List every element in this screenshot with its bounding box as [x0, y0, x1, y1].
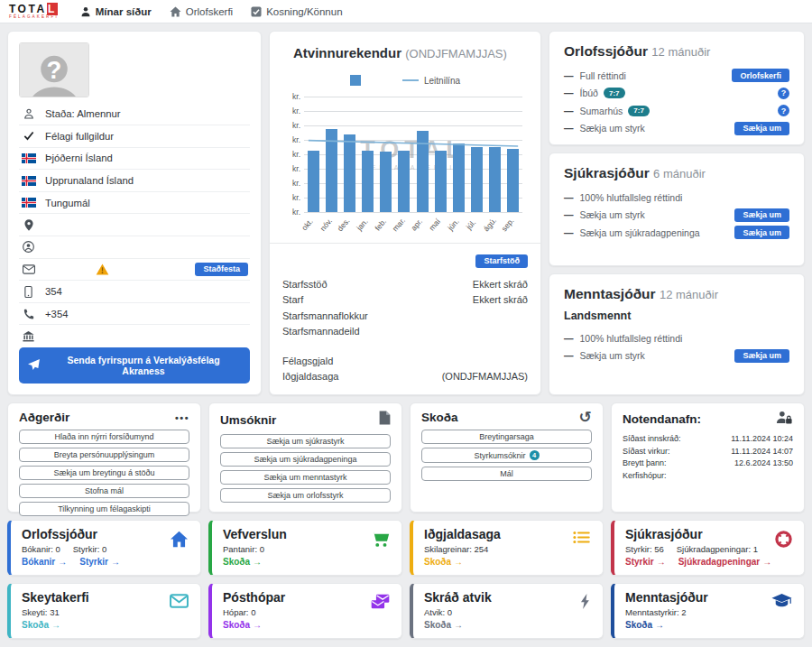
stat-links: Skoða→	[22, 620, 189, 630]
chart-title-period: (ONDJFMAMJJAS)	[405, 47, 507, 60]
button-label: Tilkynning um félagaskipti	[58, 504, 151, 513]
dash-icon: —	[564, 227, 574, 238]
button-label: Styrkumsóknir	[474, 451, 525, 460]
nav-item-orlofskerfi[interactable]: Orlofskerfi	[170, 6, 233, 17]
detail-label: Félagsgjald	[282, 354, 333, 370]
check-icon	[21, 131, 36, 141]
stat-card-vefverslun: VefverslunPantanir: 0Skoða→	[208, 520, 402, 576]
stat-values: Menntastyrkir: 2	[625, 607, 793, 617]
location-pin-icon	[21, 219, 36, 231]
action-button[interactable]: Hlaða inn nýrri forsíðumynd	[19, 430, 189, 444]
button-label: Sækja um breytingu á stöðu	[53, 468, 154, 477]
apply-grant-button[interactable]: Sækja um	[734, 208, 789, 222]
help-icon[interactable]	[778, 105, 789, 116]
fund-title-text: Orlofssjóður	[564, 43, 648, 59]
account-label: Kerfishópur:	[623, 470, 667, 483]
arrow-right-icon: →	[655, 620, 664, 630]
arrow-right-icon: →	[657, 557, 666, 567]
profile-membership-text: Félagi fullgildur	[45, 131, 114, 142]
employer-card: Atvinnurekendur (ONDJFMAMJJAS) Leitnilín…	[269, 31, 541, 395]
profile-row-bank	[19, 325, 250, 347]
action-button[interactable]: Stofna mál	[19, 484, 189, 498]
fund-title-text: Menntasjóður	[564, 286, 656, 301]
stat-value: Styrkir: 56	[625, 544, 664, 554]
arrow-right-icon: →	[253, 557, 262, 567]
iceland-flag-icon	[21, 176, 36, 186]
send-inquiry-button[interactable]: Senda fyrirspurn á Verkalýðsfélag Akrane…	[19, 347, 250, 384]
help-icon[interactable]	[778, 88, 789, 99]
iceland-flag-icon	[21, 198, 36, 208]
starfstod-button[interactable]: Starfstöð	[475, 254, 528, 268]
y-axis-tick: kr.	[292, 164, 300, 173]
apply-grant-button[interactable]: Sækja um	[734, 349, 789, 363]
action-button[interactable]: Breyta persónuupplýsingum	[19, 448, 189, 462]
fund-row-label: Sækja um styrk	[580, 350, 645, 361]
button-label: Mál	[500, 469, 513, 478]
ellipsis-menu-icon[interactable]: •••	[175, 412, 189, 423]
detail-label: Starfsmannadeild	[282, 324, 360, 340]
apply-grant-button[interactable]: Sækja um	[734, 122, 789, 135]
stat-link-styrkir[interactable]: Styrkir→	[625, 557, 666, 567]
profile-card: ? Staða: Almennur Félagi fullgildur Þjóð…	[7, 31, 262, 395]
count-badge: 4	[530, 450, 540, 460]
action-button[interactable]: Sækja um breytingu á stöðu	[19, 466, 189, 480]
actions-button-list: Hlaða inn nýrri forsíðumyndBreyta persón…	[19, 430, 189, 516]
button-label: Sækja um menntastyrk	[263, 473, 346, 482]
fund-row-saekja-um-styrk: — Sækja um styrk Sækja um	[564, 207, 789, 225]
stat-link-skoða[interactable]: Skoða→	[625, 620, 664, 630]
card-title: Notendanafn:	[623, 412, 701, 426]
stat-link-skoða[interactable]: Skoða→	[424, 557, 463, 567]
list-icon	[573, 531, 591, 544]
fund-row-label: 100% hlutfallsleg réttindi	[580, 192, 683, 203]
stat-card-skrad-atvik: Skráð atvikAtvik: 0Skoða→	[410, 583, 604, 639]
history-icon[interactable]: ↺	[579, 412, 592, 423]
dash-icon: —	[564, 88, 574, 98]
profile-row-membership: Félagi fullgildur	[19, 125, 250, 148]
avatar[interactable]: ?	[19, 42, 89, 97]
stat-links: Skoða→	[424, 557, 592, 567]
dash-icon: —	[564, 350, 574, 361]
application-button[interactable]: Sækja um menntastyrk	[220, 470, 391, 485]
stat-link-skoða[interactable]: Skoða→	[22, 620, 60, 630]
confirm-email-button[interactable]: Staðfesta	[195, 263, 248, 276]
fund-row-label: Sækja um styrk	[580, 123, 645, 134]
profile-status-text: Staða: Almennur	[45, 108, 121, 119]
profile-row-email: Staðfesta	[19, 259, 250, 282]
stat-link-label: Styrkir	[79, 557, 108, 567]
button-label: Sækja um sjúkrastyrk	[266, 437, 344, 446]
stat-value: Skilagreinar: 254	[424, 544, 488, 554]
stat-link-label: Skoða	[22, 620, 49, 630]
fund-title: Orlofssjóður 12 mánuðir	[564, 43, 789, 60]
view-button[interactable]: Breytingarsaga	[421, 430, 592, 444]
user-icon	[80, 6, 91, 17]
application-button[interactable]: Sækja um sjúkrastyrk	[220, 434, 391, 448]
fund-row-saekja-um-styrk: — Sækja um styrk Sækja um	[564, 120, 789, 138]
arrow-right-icon: →	[454, 557, 463, 567]
stat-link-bókanir[interactable]: Bókanir→	[22, 557, 67, 567]
action-button[interactable]: Tilkynning um félagaskipti	[19, 502, 189, 516]
application-button[interactable]: Sækja um sjúkradagpeninga	[220, 452, 391, 467]
paper-plane-icon	[28, 359, 40, 373]
stat-link-skoða[interactable]: Skoða→	[223, 557, 262, 567]
stat-link-label: Skoða	[625, 620, 652, 630]
application-button[interactable]: Sækja um orlofsstyrk	[220, 488, 391, 503]
y-axis-tick: kr.	[292, 106, 300, 116]
nav-item-minar-sidur[interactable]: Mínar síður	[80, 6, 152, 17]
view-button[interactable]: Mál	[421, 467, 592, 481]
card-head: Skoða ↺	[421, 411, 592, 424]
fund-period: 12 mánuðir	[660, 288, 718, 301]
stat-card-idgjaldasaga: IðgjaldasagaSkilagreinar: 254Skoða→	[410, 520, 604, 576]
orlofskerfi-button[interactable]: Orlofskerfi	[732, 69, 789, 82]
nav-item-kosning-konnun[interactable]: Kosning/Könnun	[251, 6, 342, 17]
check-square-icon	[251, 6, 262, 17]
stat-link-sjúkradagpeningar[interactable]: Sjúkradagpeningar→	[678, 557, 772, 567]
stat-link-styrkir[interactable]: Styrkir→	[79, 557, 120, 567]
fund-row-sjukradagpeningar: — Sækja um sjúkradagpeninga Sækja um	[564, 224, 789, 242]
apply-sickpay-button[interactable]: Sækja um	[734, 226, 789, 239]
view-button[interactable]: Styrkumsóknir4	[421, 448, 592, 463]
lifering-icon	[775, 531, 792, 548]
send-inquiry-label: Senda fyrirspurn á Verkalýðsfélag Akrane…	[46, 355, 241, 376]
stat-link-label: Skoða	[223, 620, 250, 630]
stat-link-skoða[interactable]: Skoða→	[424, 620, 463, 630]
stat-link-skoða[interactable]: Skoða→	[223, 620, 262, 630]
